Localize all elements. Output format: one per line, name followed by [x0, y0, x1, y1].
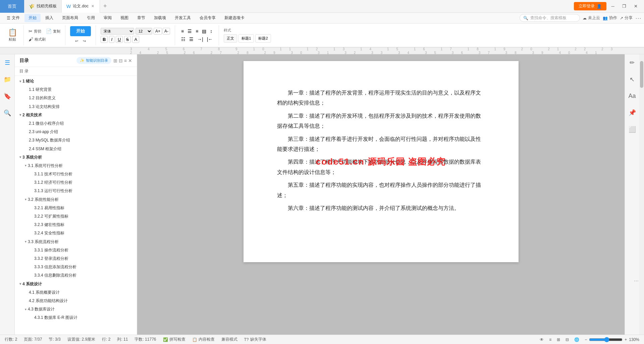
- font-name-select[interactable]: 宋体: [101, 28, 134, 35]
- justify-btn[interactable]: ▤: [201, 28, 208, 35]
- tab-template[interactable]: 🌾 找稻壳模板: [24, 0, 62, 13]
- doc-content[interactable]: 第一章：描述了程序的开发背景，程序运用于现实生活的目的与意义，以及程序文档的结构…: [277, 88, 485, 213]
- undo-btn[interactable]: ↩: [73, 38, 80, 45]
- v-scrollbar[interactable]: [625, 140, 640, 214]
- menu-devtools[interactable]: 开发工具: [171, 14, 195, 22]
- restore-button[interactable]: ❐: [619, 2, 629, 11]
- heading1-style-btn[interactable]: 标题1: [238, 34, 254, 43]
- normal-style-btn[interactable]: 正文: [224, 34, 237, 43]
- toc-item[interactable]: 4.1 系统概要设计: [15, 288, 137, 297]
- doc-paragraph[interactable]: 第二章：描述了程序的开发环境，包括程序开发涉及到的技术，程序开发使用的数据存储工…: [277, 111, 485, 131]
- font-size-select[interactable]: 12: [136, 28, 152, 35]
- font-color-btn[interactable]: A: [132, 36, 139, 43]
- share-btn[interactable]: ↗ 分享: [620, 15, 633, 21]
- doc-paragraph[interactable]: 第五章：描述了程序功能的实现内容，也对程序操作人员操作的部分功能进行了描述；: [277, 180, 485, 200]
- redo-btn[interactable]: ↪: [81, 38, 88, 45]
- toc-item[interactable]: ▾2 相关技术: [15, 111, 137, 119]
- vertical-scrollbar[interactable]: [639, 54, 644, 335]
- status-spellcheck[interactable]: ✅ 拼写检查: [163, 337, 185, 342]
- toc-item[interactable]: 4.3.1 数据库 E-R 图设计: [15, 313, 137, 322]
- toc-expand-btn[interactable]: ▾: [19, 155, 21, 160]
- toc-item[interactable]: 1.2 目的和意义: [15, 94, 137, 102]
- status-missing-font[interactable]: T? 缺失字体: [244, 337, 266, 342]
- smart-toc-btn[interactable]: ✨ 智能识别目录: [76, 57, 111, 64]
- file-icon[interactable]: 📁: [2, 74, 13, 85]
- toc-collapse-all[interactable]: ⊟: [119, 58, 123, 63]
- menu-review[interactable]: 审阅: [100, 14, 116, 22]
- indent-btn[interactable]: →|: [196, 36, 205, 43]
- lang-btn[interactable]: 🌐: [574, 337, 579, 342]
- ribbon-paste[interactable]: 📋 粘贴: [4, 27, 21, 43]
- toc-item[interactable]: 3.3.2 登录流程分析: [15, 254, 137, 263]
- close-button[interactable]: ✕: [631, 2, 641, 11]
- toc-item[interactable]: 2.1 微信小程序介绍: [15, 119, 137, 128]
- toc-expand-btn[interactable]: ▾: [25, 239, 26, 244]
- menu-start[interactable]: 开始: [24, 14, 41, 22]
- cursor-right-icon[interactable]: ↖: [628, 74, 637, 85]
- bookmark-icon[interactable]: 🔖: [2, 91, 13, 102]
- ribbon-cut[interactable]: ✂剪切: [26, 28, 43, 35]
- doc-paragraph[interactable]: 第六章：描述了程序功能的测试内容，并介绍了系统测试的概念与方法。: [277, 203, 485, 213]
- align-right-btn[interactable]: ≡: [194, 28, 200, 35]
- doc-paragraph[interactable]: 第三章：描述了程序着手进行开发时，会面临的可行性问题，并对程序功能以及性能要求进…: [277, 134, 485, 155]
- zoom-in-btn[interactable]: +: [625, 337, 627, 342]
- ribbon-format-painter[interactable]: 🖌格式刷: [26, 36, 48, 43]
- toc-item[interactable]: 3.3.4 信息删除流程分析: [15, 271, 137, 280]
- doc-paragraph[interactable]: 第一章：描述了程序的开发背景，程序运用于现实生活的目的与意义，以及程序文档的结构…: [277, 88, 485, 108]
- toc-item[interactable]: 3.1.3 运行可行性分析: [15, 187, 137, 195]
- nav-right-icon[interactable]: ⬜: [627, 124, 638, 135]
- toc-item[interactable]: ▾1 绪论: [15, 77, 137, 85]
- toc-item[interactable]: 3.3.1 操作流程分析: [15, 246, 137, 254]
- collab-btn[interactable]: 👥 协作: [603, 15, 617, 21]
- menu-references[interactable]: 引用: [83, 14, 99, 22]
- status-content-check[interactable]: 📋 内容检查: [192, 337, 215, 342]
- pin-right-icon[interactable]: 📌: [627, 107, 638, 118]
- minimize-button[interactable]: ─: [608, 2, 618, 11]
- align-left-btn[interactable]: ≡: [180, 28, 185, 35]
- toc-item[interactable]: ▾3.1 系统可行性分析: [15, 162, 137, 170]
- toc-expand-btn[interactable]: ▾: [19, 281, 21, 287]
- toc-icon[interactable]: ☰: [3, 57, 12, 68]
- toc-expand-btn[interactable]: ▾: [25, 307, 26, 312]
- menu-file[interactable]: ☰ 文件: [3, 14, 24, 22]
- align-center-btn[interactable]: ☰: [186, 28, 193, 35]
- new-tab-btn[interactable]: +: [100, 0, 110, 13]
- toc-item[interactable]: 2.3 MySQL 数据库介绍: [15, 136, 137, 145]
- tab-close-btn[interactable]: ✕: [91, 3, 95, 9]
- eye-btn[interactable]: 👁: [540, 337, 544, 342]
- toc-list-view[interactable]: ≡: [124, 58, 127, 63]
- toc-item[interactable]: 3.2.3 健壮性指标: [15, 221, 137, 229]
- heading2-style-btn[interactable]: 标题2: [255, 34, 271, 43]
- edit-right-icon[interactable]: ✏: [628, 57, 637, 68]
- toc-expand-btn[interactable]: ▾: [19, 79, 21, 84]
- doc-paragraph[interactable]: 第四章：描述了程序大功能模块下的功能细分信息，以及存储程序数据的数据库表文件结构…: [277, 157, 485, 177]
- search-left-icon[interactable]: 🔍: [2, 107, 13, 119]
- toc-item[interactable]: 4.2 系统功能结构设计: [15, 297, 137, 305]
- toc-expand-all[interactable]: ⊞: [113, 58, 117, 63]
- tab-home[interactable]: 首页: [0, 0, 24, 13]
- zoom-slider[interactable]: [589, 337, 623, 342]
- toc-item[interactable]: 3.2.4 安全性指标: [15, 229, 137, 237]
- menu-addins[interactable]: 加载项: [150, 14, 170, 22]
- view-split-btn[interactable]: ⊟: [566, 337, 569, 342]
- login-button[interactable]: 立即登录 👤: [574, 2, 606, 10]
- strikethrough-btn[interactable]: S̶: [124, 36, 131, 43]
- toc-item[interactable]: ▾3 系统分析: [15, 153, 137, 162]
- toc-tree[interactable]: ▾1 绪论1.1 研究背景1.2 目的和意义1.3 论文结构安排▾2 相关技术2…: [15, 76, 137, 335]
- outdent-btn[interactable]: |←: [206, 36, 214, 43]
- menu-view[interactable]: 视图: [116, 14, 132, 22]
- toc-item[interactable]: 2.4 SSM 框架介绍: [15, 145, 137, 153]
- toc-item[interactable]: 3.1.2 经济可行性分析: [15, 178, 137, 187]
- bold-btn[interactable]: B: [101, 36, 108, 43]
- zoom-out-btn[interactable]: −: [585, 337, 587, 342]
- toc-item[interactable]: ▾3.2 系统性能分析: [15, 195, 137, 204]
- toc-expand-btn[interactable]: ▾: [19, 112, 21, 118]
- toc-item[interactable]: ▾4 系统设计: [15, 280, 137, 288]
- toc-item[interactable]: 3.3.3 信息添加流程分析: [15, 263, 137, 271]
- font-size-increase[interactable]: A+: [154, 28, 162, 35]
- font-size-decrease[interactable]: A-: [163, 28, 170, 35]
- underline-btn[interactable]: U: [116, 36, 123, 43]
- view-list-btn[interactable]: ≡: [549, 337, 551, 342]
- menu-insert[interactable]: 插入: [41, 14, 57, 22]
- menu-layout[interactable]: 页面布局: [58, 14, 82, 22]
